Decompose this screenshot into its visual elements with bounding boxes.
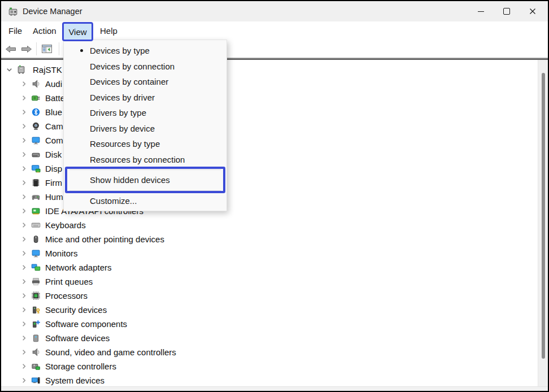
tree-item-keyboards[interactable]: Keyboards <box>1 218 537 232</box>
component-plus-icon <box>31 319 41 329</box>
toolbar-separator <box>59 42 59 55</box>
storage-icon <box>31 361 41 371</box>
network-icon <box>31 263 41 272</box>
chevron-right-icon[interactable] <box>20 348 28 356</box>
menu-item-show-hidden-devices[interactable]: Show hidden devices <box>64 172 226 188</box>
chevron-right-icon[interactable] <box>20 136 28 145</box>
chevron-right-icon[interactable] <box>20 80 28 88</box>
security-key-icon <box>31 305 41 315</box>
tree-item-label: Cam <box>45 119 63 133</box>
title-bar: Device Manager <box>1 1 548 21</box>
scrollbar-thumb[interactable] <box>542 73 545 359</box>
menu-item-resources-by-connection[interactable]: Resources by connection <box>64 152 226 168</box>
menu-item-resources-by-type[interactable]: Resources by type <box>64 136 226 152</box>
tree-item-software-devices[interactable]: Software devices <box>1 331 537 345</box>
minimize-button[interactable] <box>468 1 494 21</box>
menu-file[interactable]: File <box>8 21 22 40</box>
chevron-right-icon[interactable] <box>20 235 28 243</box>
tree-item-label: Network adapters <box>45 260 112 275</box>
tree-item-system-devices[interactable]: System devices <box>1 373 537 387</box>
chevron-right-icon[interactable] <box>20 306 28 314</box>
menu-separator <box>69 190 221 191</box>
show-hide-console-tree-button[interactable] <box>40 42 54 56</box>
tree-item-label: Firm <box>45 176 62 190</box>
toolbar-separator <box>36 42 37 55</box>
menu-view-highlighted[interactable]: View <box>62 22 93 41</box>
firmware-icon <box>31 178 41 188</box>
tree-item-mice-and-other-pointing-devices[interactable]: Mice and other pointing devices <box>1 232 537 246</box>
chevron-right-icon[interactable] <box>20 207 28 215</box>
view-dropdown-menu: Devices by typeDevices by connectionDevi… <box>63 40 227 211</box>
back-button[interactable] <box>3 42 18 56</box>
tree-item-label: Hum <box>45 190 63 204</box>
tree-item-sound-video-and-game-controllers[interactable]: Sound, video and game controllers <box>1 345 537 359</box>
chevron-right-icon[interactable] <box>20 263 28 272</box>
tree-item-label: Sound, video and game controllers <box>45 345 176 359</box>
maximize-button[interactable] <box>494 1 520 21</box>
menu-item-label: Resources by type <box>90 139 160 149</box>
speaker-icon <box>31 79 41 89</box>
printer-icon <box>31 277 41 286</box>
menu-action[interactable]: Action <box>33 21 56 40</box>
menu-item-devices-by-driver[interactable]: Devices by driver <box>64 90 226 106</box>
menu-item-label: Drivers by type <box>90 108 146 117</box>
chevron-right-icon[interactable] <box>20 376 28 385</box>
tree-item-processors[interactable]: Processors <box>1 289 537 303</box>
gamepad-icon <box>31 192 41 202</box>
vertical-scrollbar[interactable] <box>538 60 548 386</box>
tree-item-security-devices[interactable]: Security devices <box>1 303 537 317</box>
chevron-right-icon[interactable] <box>20 122 28 130</box>
display-adapter-icon <box>31 164 41 173</box>
device-manager-window: Device Manager File Action View Help Raj… <box>0 0 549 392</box>
chevron-right-icon[interactable] <box>20 94 28 102</box>
tree-item-label: Com <box>45 133 63 147</box>
chevron-right-icon[interactable] <box>20 249 28 258</box>
chevron-right-icon[interactable] <box>20 164 28 173</box>
tree-item-network-adapters[interactable]: Network adapters <box>1 260 537 275</box>
monitor-icon <box>31 249 41 258</box>
tree-item-software-components[interactable]: Software components <box>1 317 537 331</box>
tree-item-print-queues[interactable]: Print queues <box>1 275 537 289</box>
tree-item-monitors[interactable]: Monitors <box>1 246 537 260</box>
tree-item-label: Processors <box>45 289 88 303</box>
chevron-right-icon[interactable] <box>20 150 28 159</box>
tree-item-label: Monitors <box>45 246 78 260</box>
battery-icon <box>31 93 41 103</box>
chevron-right-icon[interactable] <box>20 277 28 286</box>
close-icon <box>528 7 537 16</box>
minimize-icon <box>478 11 484 12</box>
processor-icon <box>31 291 41 300</box>
chevron-right-icon[interactable] <box>20 193 28 201</box>
bluetooth-icon <box>31 107 41 117</box>
device-manager-app-icon <box>8 6 18 16</box>
menu-item-drivers-by-device[interactable]: Drivers by device <box>64 121 226 137</box>
chevron-right-icon[interactable] <box>20 221 28 229</box>
menu-item-drivers-by-type[interactable]: Drivers by type <box>64 105 226 121</box>
chevron-right-icon[interactable] <box>20 320 28 328</box>
chevron-right-icon[interactable] <box>20 108 28 116</box>
menu-item-devices-by-type[interactable]: Devices by type <box>64 43 226 59</box>
chevron-right-icon[interactable] <box>20 178 28 187</box>
chevron-right-icon[interactable] <box>20 362 28 371</box>
menu-item-label: Drivers by device <box>90 124 155 133</box>
menu-item-label: Resources by connection <box>90 155 185 164</box>
speaker-icon <box>31 347 41 357</box>
tree-item-storage-controllers[interactable]: Storage controllers <box>1 359 537 373</box>
tree-item-label: Blue <box>45 105 62 119</box>
forward-button[interactable] <box>19 42 34 56</box>
chevron-right-icon[interactable] <box>20 291 28 300</box>
menu-item-label: Show hidden devices <box>90 175 170 185</box>
close-button[interactable] <box>520 1 546 21</box>
mouse-icon <box>31 234 41 244</box>
menu-item-customize[interactable]: Customize... <box>64 193 226 209</box>
tree-item-label: Software components <box>45 317 127 331</box>
menu-help[interactable]: Help <box>100 21 117 40</box>
menu-item-devices-by-container[interactable]: Devices by container <box>64 74 226 90</box>
tree-item-label: Print queues <box>45 275 93 289</box>
menu-item-devices-by-connection[interactable]: Devices by connection <box>64 59 226 75</box>
tree-item-label: RajSTK <box>33 63 62 77</box>
chevron-down-icon[interactable] <box>5 66 14 74</box>
window-title: Device Manager <box>23 1 82 21</box>
menu-item-label: Devices by driver <box>90 93 155 102</box>
chevron-right-icon[interactable] <box>20 334 28 342</box>
